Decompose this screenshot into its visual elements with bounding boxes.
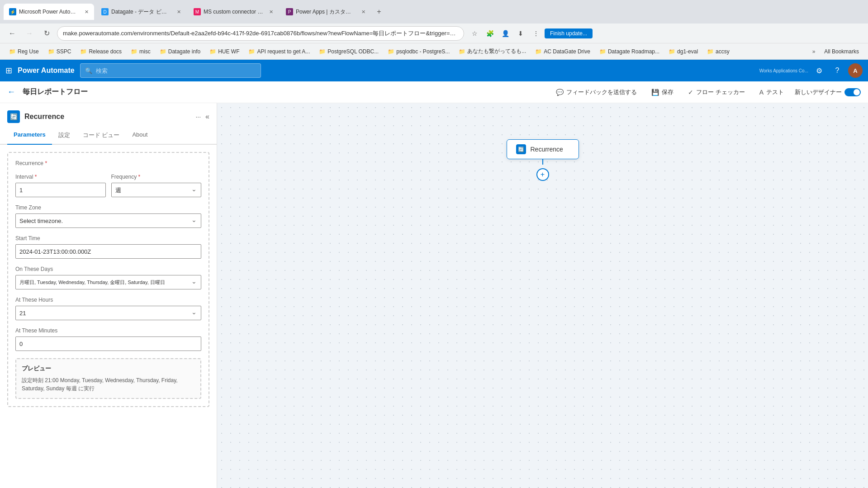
at-these-minutes-label: At These Minutes (15, 327, 201, 334)
bookmarks-more-button[interactable]: » (809, 47, 819, 57)
new-tab-button[interactable]: + (373, 5, 385, 18)
forward-nav-button[interactable]: → (23, 27, 36, 40)
at-these-hours-label: At These Hours (15, 297, 201, 303)
profile-icon[interactable]: 👤 (498, 27, 512, 40)
tab-close-2[interactable]: ✕ (177, 9, 181, 15)
connector-line (542, 159, 543, 165)
back-nav-button[interactable]: ← (5, 27, 19, 40)
search-icon: 🔍 (85, 67, 92, 74)
bookmark-psqlodbc[interactable]: 📁psqlodbc - PostgreS... (384, 47, 453, 57)
at-these-hours-select-wrapper: 21 (15, 306, 201, 320)
panel-menu-button[interactable]: ··· (195, 113, 201, 120)
main-layout: 🔄 Recurrence ··· « Parameters 設定 コード ビュー… (0, 103, 868, 488)
bookmark-dg1-eval[interactable]: 📁dg1-eval (665, 47, 702, 57)
address-text: make.powerautomate.com/environments/Defa… (63, 29, 458, 38)
bookmark-icon[interactable]: ☆ (468, 27, 481, 40)
preview-text: 設定時刻 21:00 Monday, Tuesday, Wednesday, T… (22, 376, 195, 393)
tab-favicon-3: M (194, 8, 201, 15)
bookmark-reg-use[interactable]: 📁Reg Use (5, 47, 43, 57)
settings-icon[interactable]: ⋮ (529, 27, 543, 40)
reload-button[interactable]: ↻ (40, 27, 53, 40)
tab-favicon-1: ⚡ (9, 8, 16, 15)
bookmark-postgresql[interactable]: 📁PostgreSQL ODBC... (315, 47, 382, 57)
timezone-field-group: Time Zone Select timezone. (15, 204, 201, 228)
finish-update-button[interactable]: Finish update... (545, 28, 593, 38)
new-designer-toggle: 新しいデザイナー (795, 88, 861, 96)
tab-settings[interactable]: 設定 (52, 127, 76, 145)
tab-about[interactable]: About (126, 127, 154, 145)
node-icon: 🔄 (516, 144, 526, 154)
bookmark-datagate-info[interactable]: 📁Datagate info (156, 47, 204, 57)
bookmark-accsy[interactable]: 📁accsy (703, 47, 733, 57)
interval-input[interactable] (15, 183, 106, 197)
tab-code-view[interactable]: コード ビュー (76, 127, 126, 145)
bookmark-api[interactable]: 📁API request to get A... (245, 47, 313, 57)
timezone-select-wrapper: Select timezone. (15, 213, 201, 228)
search-input[interactable] (96, 67, 256, 74)
recurrence-box: Recurrence * Interval * Frequency * (7, 152, 209, 407)
frequency-select[interactable]: 週 分 時間 日 月 (111, 183, 202, 197)
bookmark-all[interactable]: All Bookmarks (821, 47, 863, 57)
on-these-days-select[interactable]: 月曜日, Tuesday, Wednesday, Thursday, 金曜日, … (15, 275, 201, 289)
tab-power-apps[interactable]: P Power Apps | カスタム コネク ✕ (280, 4, 371, 20)
tab-title-4: Power Apps | カスタム コネク (296, 8, 356, 16)
back-button[interactable]: ← (7, 87, 15, 97)
start-time-input[interactable] (15, 244, 201, 259)
start-time-field-group: Start Time (15, 235, 201, 259)
frequency-select-wrapper: 週 分 時間 日 月 (111, 183, 202, 197)
on-these-days-field-group: On These Days 月曜日, Tuesday, Wednesday, T… (15, 266, 201, 289)
extensions-icon[interactable]: 🧩 (483, 27, 497, 40)
user-company: Works Applications Co... (759, 68, 808, 73)
tab-parameters[interactable]: Parameters (7, 127, 52, 145)
bookmark-misc[interactable]: 📁misc (127, 47, 154, 57)
frequency-field-group: Frequency * 週 分 時間 日 月 (111, 174, 202, 197)
at-these-hours-select[interactable]: 21 (15, 306, 201, 320)
bookmark-ac-datagate[interactable]: 📁AC DataGate Drive (531, 47, 594, 57)
bookmarks-bar: 📁Reg Use 📁SSPC 📁Release docs 📁misc 📁Data… (0, 43, 868, 60)
address-bar[interactable]: make.powerautomate.com/environments/Defa… (57, 26, 464, 41)
bookmark-datagate-roadmap[interactable]: 📁Datagate Roadmap... (596, 47, 663, 57)
settings-header-icon[interactable]: ⚙ (812, 63, 826, 78)
flow-node-container: 🔄 Recurrence + (507, 139, 579, 181)
toggle-switch[interactable] (844, 88, 861, 96)
add-step-button[interactable]: + (536, 168, 549, 181)
flow-checker-button[interactable]: ✓ フロー チェッカー (684, 86, 749, 98)
add-step-container: + (507, 168, 579, 181)
bookmark-sspc[interactable]: 📁SSPC (44, 47, 75, 57)
tab-favicon-4: P (286, 8, 293, 15)
at-these-minutes-input[interactable] (15, 336, 201, 351)
tab-favicon-2: D (101, 8, 109, 15)
avatar[interactable]: A (848, 63, 863, 78)
tab-title-2: Datagate - データ ビューアー (111, 8, 171, 16)
panel-title: Recurrence (24, 113, 191, 121)
interval-label: Interval * (15, 174, 106, 180)
tab-close-3[interactable]: ✕ (269, 9, 273, 15)
help-icon[interactable]: ? (830, 63, 844, 78)
secondary-toolbar: ← 毎日レポートフロー 💬 フィードバックを送信する 💾 保存 ✓ フロー チェ… (0, 81, 868, 103)
feedback-button[interactable]: 💬 フィードバックを送信する (552, 86, 640, 98)
tab-datagate[interactable]: D Datagate - データ ビューアー ✕ (96, 4, 186, 20)
save-button[interactable]: 💾 保存 (648, 86, 677, 98)
timezone-select[interactable]: Select timezone. (15, 213, 201, 228)
panel-collapse-button[interactable]: « (205, 113, 209, 121)
panel-tabs: Parameters 設定 コード ビュー About (0, 127, 217, 145)
app-header: ⊞ Power Automate 🔍 Works Applications Co… (0, 60, 868, 81)
tab-power-automate[interactable]: ⚡ Microsoft Power Automate ✕ (4, 4, 94, 20)
tab-title-3: MS custom connector demo r (204, 9, 264, 15)
bookmark-hue-wf[interactable]: 📁HUE WF (206, 47, 243, 57)
test-button[interactable]: A テスト (756, 86, 787, 98)
recurrence-node[interactable]: 🔄 Recurrence (507, 139, 579, 159)
panel-content: Recurrence * Interval * Frequency * (0, 145, 217, 488)
download-icon[interactable]: ⬇ (514, 27, 527, 40)
toolbar-right-actions: 💬 フィードバックを送信する 💾 保存 ✓ フロー チェッカー A テスト 新し… (552, 86, 861, 98)
tab-ms-connector[interactable]: M MS custom connector demo r ✕ (188, 4, 279, 20)
bookmark-anata[interactable]: 📁あなたも繋がってるも... (455, 46, 530, 57)
search-box[interactable]: 🔍 (80, 63, 261, 78)
timezone-label: Time Zone (15, 204, 201, 211)
start-time-label: Start Time (15, 235, 201, 242)
grid-icon[interactable]: ⊞ (5, 66, 12, 76)
recurrence-section-label: Recurrence * (15, 160, 201, 166)
bookmark-release-docs[interactable]: 📁Release docs (76, 47, 125, 57)
tab-close-1[interactable]: ✕ (85, 9, 89, 15)
tab-close-4[interactable]: ✕ (361, 9, 365, 15)
